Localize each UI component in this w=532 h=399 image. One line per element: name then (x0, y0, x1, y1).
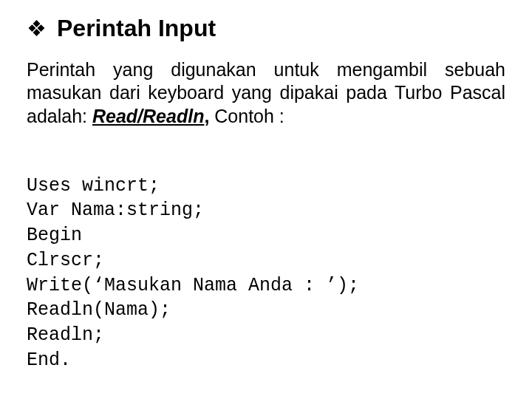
intro-tail-comma: , (204, 106, 214, 126)
code-line-2: Var Nama:string; (27, 200, 204, 221)
code-line-5: Write(‘Masukan Nama Anda : ’); (27, 275, 359, 296)
heading-row: ❖ Perintah Input (27, 15, 505, 42)
code-line-8: End. (27, 349, 71, 371)
code-line-4: Clrscr; (27, 250, 104, 271)
intro-paragraph: Perintah yang digunakan untuk mengambil … (27, 58, 505, 128)
diamond-bullet-icon: ❖ (27, 18, 47, 40)
code-line-3: Begin (27, 225, 82, 246)
slide: ❖ Perintah Input Perintah yang digunakan… (0, 0, 532, 398)
intro-tail: Contoh : (214, 106, 284, 126)
heading-title: Perintah Input (57, 15, 216, 42)
code-block: Uses wincrt; Var Nama:string; Begin Clrs… (27, 149, 505, 398)
intro-keyword: Read/Readln (92, 106, 204, 126)
code-line-6: Readln(Nama); (27, 299, 171, 321)
code-line-7: Readln; (27, 324, 104, 346)
code-line-1: Uses wincrt; (27, 175, 160, 197)
